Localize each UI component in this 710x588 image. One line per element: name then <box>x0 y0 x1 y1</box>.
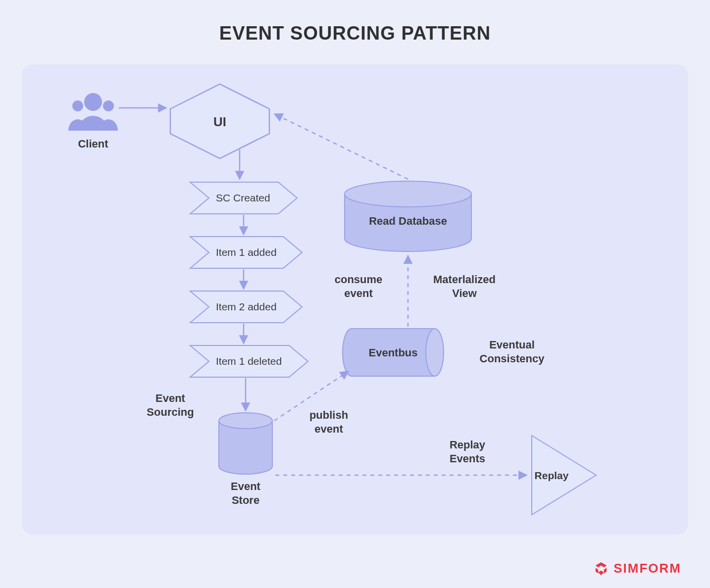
materialized-view-label-1: Materlalized <box>433 273 496 286</box>
consume-event-label-1: consume <box>335 273 383 286</box>
ui-label: UI <box>213 114 226 129</box>
eventbus-node: Eventbus <box>343 329 444 376</box>
svg-text:Item 1 deleted: Item 1 deleted <box>216 355 282 367</box>
eventual-consistency-label-1: Eventual <box>489 339 535 351</box>
event-sourcing-label-2: Sourcing <box>147 406 194 418</box>
diagram-panel: Client UI SC Created Item 1 added Item 2… <box>22 64 688 535</box>
svg-text:Eventbus: Eventbus <box>368 346 417 359</box>
materialized-view-label-2: View <box>452 287 477 299</box>
publish-event-label-1: publish <box>309 409 348 421</box>
page-title: EVENT SOURCING PATTERN <box>0 0 710 44</box>
svg-point-2 <box>103 100 114 111</box>
event-sc-created: SC Created <box>190 182 297 214</box>
event-store-label-2: Store <box>232 494 259 506</box>
eventual-consistency-label-2: Consistency <box>480 352 545 365</box>
client-icon <box>68 93 118 131</box>
read-database-node: Read Database <box>345 181 471 251</box>
svg-point-15 <box>219 413 272 429</box>
svg-point-0 <box>84 93 102 111</box>
svg-point-1 <box>72 100 83 111</box>
event-item1-added: Item 1 added <box>190 237 302 268</box>
event-item2-added: Item 2 added <box>190 291 302 323</box>
arrow-readdb-ui <box>274 114 408 179</box>
svg-text:SC Created: SC Created <box>216 192 270 203</box>
event-store-label-1: Event <box>231 480 261 492</box>
simform-icon <box>594 561 609 576</box>
event-sourcing-label-1: Event <box>155 392 186 404</box>
replay-node: Replay <box>532 436 596 515</box>
svg-text:Read Database: Read Database <box>369 215 447 227</box>
client-label: Client <box>78 138 108 150</box>
replay-events-label-1: Replay <box>450 439 486 451</box>
svg-text:Replay: Replay <box>535 470 569 481</box>
svg-text:Item 1 added: Item 1 added <box>216 246 277 258</box>
svg-text:Item 2 added: Item 2 added <box>216 301 277 312</box>
publish-event-label-2: event <box>314 423 343 435</box>
brand-logo: SIMFORM <box>594 561 681 576</box>
brand-text: SIMFORM <box>613 561 681 576</box>
replay-events-label-2: Events <box>450 452 485 465</box>
consume-event-label-2: event <box>344 287 373 299</box>
event-item1-deleted: Item 1 deleted <box>190 345 308 377</box>
svg-point-20 <box>345 181 471 207</box>
svg-point-26 <box>426 329 444 376</box>
event-store-node <box>219 413 272 474</box>
